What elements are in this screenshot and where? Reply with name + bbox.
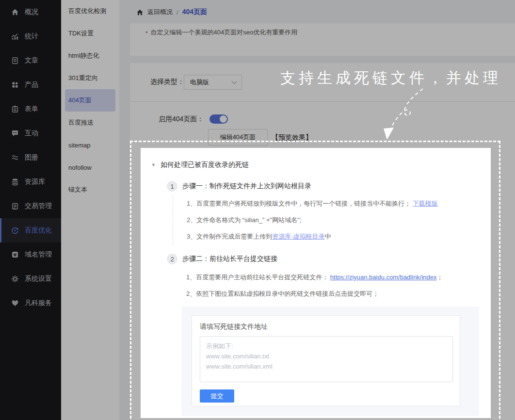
step2-title: 步骤二：前往站长平台提交链接 xyxy=(182,255,277,263)
ziyuan-baidu-link[interactable]: https://ziyuan.baidu.com/badlink/index xyxy=(330,274,437,281)
collapse-triangle-icon: ▼ xyxy=(151,163,156,167)
app-window: 概况 统计 文章 产品 表单 互动 图册 资源库 xyxy=(0,0,515,420)
submit-button[interactable]: 提交 xyxy=(200,389,234,403)
step2-header: 2 步骤二：前往站长平台提交链接 xyxy=(167,254,491,264)
dead-link-file-textarea[interactable] xyxy=(200,336,453,382)
dead-link-form-label: 请填写死链接文件地址 xyxy=(200,323,452,331)
guide-collapse-title: 如何处理已被百度收录的死链 xyxy=(161,161,249,169)
step1-body: 1、百度需要用户将死链放到模版文件中，每行写一个链接，链接当中不能换行； 下载模… xyxy=(173,195,491,245)
dead-link-form-zone: 请填写死链接文件地址 提交 xyxy=(182,307,479,416)
dead-link-form-card: 请填写死链接文件地址 提交 xyxy=(192,315,460,406)
guide-annotation-text: 支持生成死链文件，并处理 xyxy=(280,68,501,88)
step2-line2: 2、依照下图位置粘贴虚拟根目录中的死链文件链接后点击提交即可； xyxy=(186,286,491,302)
guide-collapse-header[interactable]: ▼ 如何处理已被百度收录的死链 xyxy=(141,148,491,169)
step1-line1: 1、百度需要用户将死链放到模版文件中，每行写一个链接，链接当中不能换行； 下载模… xyxy=(187,195,491,212)
step2-number-badge: 2 xyxy=(167,254,177,264)
step2-body: 1、百度需要用户主动前往站长平台提交死链文件： https://ziyuan.b… xyxy=(173,269,491,302)
download-template-link[interactable]: 下载模版 xyxy=(413,200,438,207)
step1-number-badge: 1 xyxy=(167,181,177,192)
dead-link-guide-panel: ▼ 如何处理已被百度收录的死链 1 步骤一：制作死链文件并上次到网站根目录 1、… xyxy=(141,148,491,418)
step1-title: 步骤一：制作死链文件并上次到网站根目录 xyxy=(182,182,311,191)
step2-line1: 1、百度需要用户主动前往站长平台提交死链文件： https://ziyuan.b… xyxy=(186,269,491,286)
step1-line3: 3、文件制作完成后需要上传到资源库-虚拟根目录中 xyxy=(187,228,491,245)
step1-line2: 2、文件命名格式为 “silian_” +"网站域名"; xyxy=(187,212,491,228)
step1-header: 1 步骤一：制作死链文件并上次到网站根目录 xyxy=(167,181,491,192)
resource-root-link[interactable]: 资源库-虚拟根目录 xyxy=(272,233,324,240)
